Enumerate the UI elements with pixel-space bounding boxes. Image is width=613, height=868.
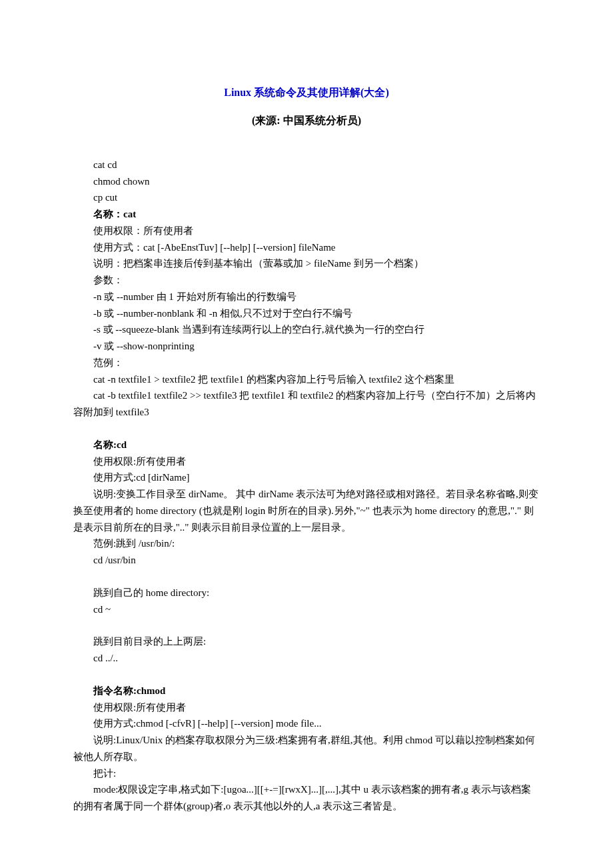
cat-permission: 使用权限：所有使用者 (73, 223, 540, 239)
chmod-permission: 使用权限:所有使用者 (73, 699, 540, 716)
cd-example-cmd: cd ../.. (73, 650, 540, 667)
spacer (73, 569, 540, 585)
spacer (73, 667, 540, 683)
cat-param: -s 或 --squeeze-blank 当遇到有连续两行以上的空白行,就代换为… (73, 321, 540, 338)
command-list-line: cp cut (73, 189, 540, 206)
cat-examples-label: 范例： (73, 355, 540, 371)
chmod-count-label: 把计: (73, 765, 540, 782)
command-list-line: chmod chown (73, 173, 540, 190)
cd-description: 说明:变换工作目录至 dirName。 其中 dirName 表示法可为绝对路径… (73, 486, 540, 535)
section-heading-chmod: 指令名称:chmod (73, 683, 540, 699)
spacer (73, 141, 540, 157)
cd-example-cmd: cd /usr/bin (73, 552, 540, 569)
cd-example-label: 范例:跳到 /usr/bin/: (73, 535, 540, 552)
cd-permission: 使用权限:所有使用者 (73, 453, 540, 470)
document-subtitle: (来源: 中国系统分析员) (73, 112, 540, 129)
cat-example: cat -b textfile1 textfile2 >> textfile3 … (73, 387, 540, 421)
chmod-usage: 使用方式:chmod [-cfvR] [--help] [--version] … (73, 715, 540, 732)
cat-param: -b 或 --number-nonblank 和 -n 相似,只不过对于空白行不… (73, 305, 540, 322)
spacer (73, 617, 540, 633)
cd-example-cmd: cd ~ (73, 601, 540, 618)
cat-param: -v 或 --show-nonprinting (73, 338, 540, 355)
document-title: Linux 系统命令及其使用详解(大全) (73, 84, 540, 101)
cat-description: 说明：把档案串连接后传到基本输出（萤幕或加 > fileName 到另一个档案） (73, 255, 540, 272)
chmod-description: 说明:Linux/Unix 的档案存取权限分为三级:档案拥有者,群组,其他。利用… (73, 732, 540, 765)
spacer (73, 421, 540, 437)
section-heading-cd: 名称:cd (73, 437, 540, 453)
document-page: Linux 系统命令及其使用详解(大全) (来源: 中国系统分析员) cat c… (0, 0, 613, 868)
cat-usage: 使用方式：cat [-AbeEnstTuv] [--help] [--versi… (73, 239, 540, 256)
cd-usage: 使用方式:cd [dirName] (73, 469, 540, 486)
cd-example-label: 跳到自己的 home directory: (73, 585, 540, 601)
section-heading-cat: 名称：cat (73, 206, 540, 223)
cd-example-label: 跳到目前目录的上上两层: (73, 633, 540, 650)
cat-example: cat -n textfile1 > textfile2 把 textfile1… (73, 371, 540, 388)
command-list-line: cat cd (73, 157, 540, 173)
cat-params-label: 参数： (73, 272, 540, 289)
chmod-mode: mode:权限设定字串,格式如下:[ugoa...][[+-=][rwxX]..… (73, 781, 540, 815)
cat-param: -n 或 --number 由 1 开始对所有输出的行数编号 (73, 289, 540, 305)
